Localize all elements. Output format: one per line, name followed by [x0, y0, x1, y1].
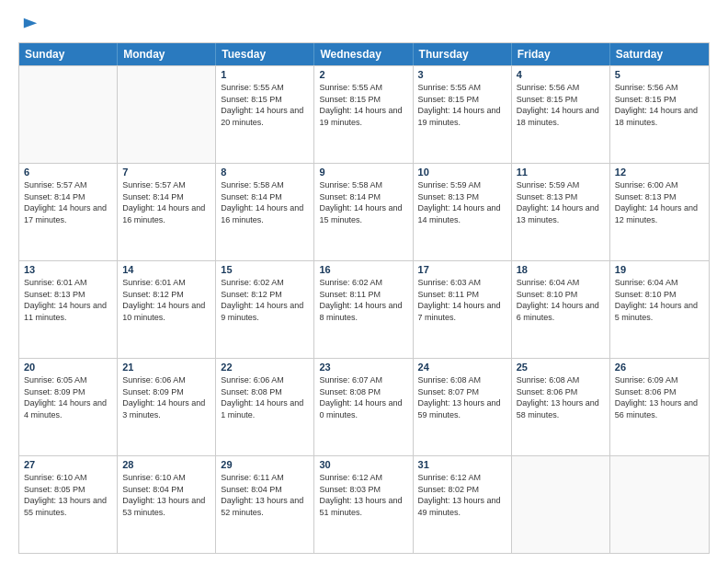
cell-info: Sunrise: 6:10 AM Sunset: 8:04 PM Dayligh… [122, 472, 210, 518]
day-number: 7 [122, 167, 210, 178]
day-cell-16: 16Sunrise: 6:02 AM Sunset: 8:11 PM Dayli… [314, 261, 413, 358]
cell-info: Sunrise: 6:06 AM Sunset: 8:08 PM Dayligh… [221, 374, 309, 420]
header-day-friday: Friday [512, 43, 610, 65]
day-number: 30 [319, 459, 407, 470]
week-row-2: 6Sunrise: 5:57 AM Sunset: 8:14 PM Daylig… [19, 163, 709, 260]
empty-cell [118, 66, 216, 163]
day-cell-13: 13Sunrise: 6:01 AM Sunset: 8:13 PM Dayli… [19, 261, 118, 358]
day-cell-31: 31Sunrise: 6:12 AM Sunset: 8:02 PM Dayli… [414, 456, 512, 553]
cell-info: Sunrise: 6:02 AM Sunset: 8:12 PM Dayligh… [221, 277, 309, 323]
day-number: 18 [517, 264, 605, 275]
week-row-4: 20Sunrise: 6:05 AM Sunset: 8:09 PM Dayli… [19, 358, 709, 455]
day-cell-30: 30Sunrise: 6:12 AM Sunset: 8:03 PM Dayli… [314, 456, 413, 553]
day-cell-12: 12Sunrise: 6:00 AM Sunset: 8:13 PM Dayli… [610, 164, 709, 260]
cell-info: Sunrise: 6:07 AM Sunset: 8:08 PM Dayligh… [319, 374, 407, 420]
day-number: 4 [517, 69, 605, 80]
cell-info: Sunrise: 5:59 AM Sunset: 8:13 PM Dayligh… [418, 179, 506, 225]
cell-info: Sunrise: 6:04 AM Sunset: 8:10 PM Dayligh… [615, 277, 704, 323]
day-number: 10 [418, 167, 506, 178]
empty-cell [19, 66, 118, 163]
day-number: 13 [24, 264, 112, 275]
day-cell-3: 3Sunrise: 5:55 AM Sunset: 8:15 PM Daylig… [414, 66, 512, 163]
week-row-3: 13Sunrise: 6:01 AM Sunset: 8:13 PM Dayli… [19, 260, 709, 358]
empty-cell [512, 456, 610, 553]
day-cell-8: 8Sunrise: 5:58 AM Sunset: 8:14 PM Daylig… [216, 164, 314, 260]
cell-info: Sunrise: 6:08 AM Sunset: 8:07 PM Dayligh… [418, 374, 506, 420]
day-number: 26 [615, 362, 704, 373]
day-number: 24 [418, 362, 506, 373]
day-number: 31 [418, 459, 506, 470]
day-number: 6 [24, 167, 112, 178]
cell-info: Sunrise: 6:01 AM Sunset: 8:12 PM Dayligh… [122, 277, 210, 323]
week-row-1: 1Sunrise: 5:55 AM Sunset: 8:15 PM Daylig… [19, 65, 709, 163]
header-day-saturday: Saturday [610, 43, 709, 65]
day-cell-27: 27Sunrise: 6:10 AM Sunset: 8:05 PM Dayli… [19, 456, 118, 553]
day-number: 14 [122, 264, 210, 275]
day-cell-18: 18Sunrise: 6:04 AM Sunset: 8:10 PM Dayli… [512, 261, 610, 358]
day-cell-6: 6Sunrise: 5:57 AM Sunset: 8:14 PM Daylig… [19, 164, 118, 260]
calendar-header: SundayMondayTuesdayWednesdayThursdayFrid… [19, 43, 709, 65]
day-cell-21: 21Sunrise: 6:06 AM Sunset: 8:09 PM Dayli… [118, 359, 216, 455]
day-cell-17: 17Sunrise: 6:03 AM Sunset: 8:11 PM Dayli… [414, 261, 512, 358]
day-cell-19: 19Sunrise: 6:04 AM Sunset: 8:10 PM Dayli… [610, 261, 709, 358]
cell-info: Sunrise: 6:05 AM Sunset: 8:09 PM Dayligh… [24, 374, 112, 420]
cell-info: Sunrise: 6:06 AM Sunset: 8:09 PM Dayligh… [122, 374, 210, 420]
day-number: 15 [221, 264, 309, 275]
week-row-5: 27Sunrise: 6:10 AM Sunset: 8:05 PM Dayli… [19, 455, 709, 553]
day-cell-9: 9Sunrise: 5:58 AM Sunset: 8:14 PM Daylig… [314, 164, 413, 260]
day-cell-29: 29Sunrise: 6:11 AM Sunset: 8:04 PM Dayli… [216, 456, 314, 553]
day-cell-5: 5Sunrise: 5:56 AM Sunset: 8:15 PM Daylig… [610, 66, 709, 163]
day-number: 23 [319, 362, 407, 373]
cell-info: Sunrise: 6:11 AM Sunset: 8:04 PM Dayligh… [221, 472, 309, 518]
header-day-thursday: Thursday [414, 43, 512, 65]
logo [18, 17, 39, 33]
header [18, 17, 710, 33]
cell-info: Sunrise: 6:10 AM Sunset: 8:05 PM Dayligh… [24, 472, 112, 518]
cell-info: Sunrise: 5:55 AM Sunset: 8:15 PM Dayligh… [418, 82, 506, 128]
day-cell-28: 28Sunrise: 6:10 AM Sunset: 8:04 PM Dayli… [118, 456, 216, 553]
day-number: 3 [418, 69, 506, 80]
cell-info: Sunrise: 5:56 AM Sunset: 8:15 PM Dayligh… [615, 82, 704, 128]
day-cell-23: 23Sunrise: 6:07 AM Sunset: 8:08 PM Dayli… [314, 359, 413, 455]
calendar: SundayMondayTuesdayWednesdayThursdayFrid… [18, 42, 710, 554]
cell-info: Sunrise: 5:55 AM Sunset: 8:15 PM Dayligh… [221, 82, 309, 128]
day-number: 12 [615, 167, 704, 178]
cell-info: Sunrise: 6:00 AM Sunset: 8:13 PM Dayligh… [615, 179, 704, 225]
day-cell-1: 1Sunrise: 5:55 AM Sunset: 8:15 PM Daylig… [216, 66, 314, 163]
logo-flag-icon [22, 17, 39, 33]
cell-info: Sunrise: 6:09 AM Sunset: 8:06 PM Dayligh… [615, 374, 704, 420]
day-cell-24: 24Sunrise: 6:08 AM Sunset: 8:07 PM Dayli… [414, 359, 512, 455]
cell-info: Sunrise: 5:55 AM Sunset: 8:15 PM Dayligh… [319, 82, 407, 128]
day-cell-20: 20Sunrise: 6:05 AM Sunset: 8:09 PM Dayli… [19, 359, 118, 455]
cell-info: Sunrise: 6:12 AM Sunset: 8:03 PM Dayligh… [319, 472, 407, 518]
day-number: 9 [319, 167, 407, 178]
cell-info: Sunrise: 5:58 AM Sunset: 8:14 PM Dayligh… [319, 179, 407, 225]
day-number: 27 [24, 459, 112, 470]
empty-cell [610, 456, 709, 553]
day-number: 28 [122, 459, 210, 470]
day-number: 17 [418, 264, 506, 275]
header-day-tuesday: Tuesday [216, 43, 314, 65]
cell-info: Sunrise: 5:57 AM Sunset: 8:14 PM Dayligh… [122, 179, 210, 225]
day-number: 1 [221, 69, 309, 80]
day-number: 29 [221, 459, 309, 470]
cell-info: Sunrise: 6:01 AM Sunset: 8:13 PM Dayligh… [24, 277, 112, 323]
cell-info: Sunrise: 5:57 AM Sunset: 8:14 PM Dayligh… [24, 179, 112, 225]
svg-marker-0 [24, 18, 37, 29]
cell-info: Sunrise: 6:02 AM Sunset: 8:11 PM Dayligh… [319, 277, 407, 323]
day-number: 25 [517, 362, 605, 373]
day-number: 21 [122, 362, 210, 373]
cell-info: Sunrise: 5:56 AM Sunset: 8:15 PM Dayligh… [517, 82, 605, 128]
day-cell-26: 26Sunrise: 6:09 AM Sunset: 8:06 PM Dayli… [610, 359, 709, 455]
day-number: 2 [319, 69, 407, 80]
day-number: 20 [24, 362, 112, 373]
cell-info: Sunrise: 6:12 AM Sunset: 8:02 PM Dayligh… [418, 472, 506, 518]
cell-info: Sunrise: 6:08 AM Sunset: 8:06 PM Dayligh… [517, 374, 605, 420]
day-number: 16 [319, 264, 407, 275]
day-number: 5 [615, 69, 704, 80]
day-cell-25: 25Sunrise: 6:08 AM Sunset: 8:06 PM Dayli… [512, 359, 610, 455]
header-day-monday: Monday [118, 43, 216, 65]
day-cell-10: 10Sunrise: 5:59 AM Sunset: 8:13 PM Dayli… [414, 164, 512, 260]
day-cell-14: 14Sunrise: 6:01 AM Sunset: 8:12 PM Dayli… [118, 261, 216, 358]
header-day-wednesday: Wednesday [314, 43, 413, 65]
